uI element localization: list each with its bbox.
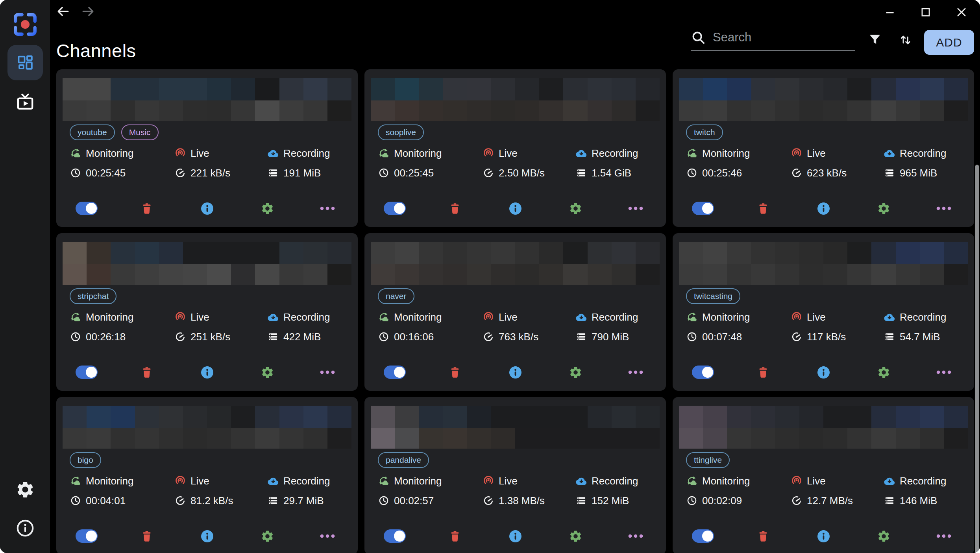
enable-toggle[interactable]: [76, 529, 98, 543]
forward-arrow-button[interactable]: [81, 4, 96, 19]
channel-settings-button[interactable]: [877, 529, 891, 543]
blur-tile: [896, 428, 920, 449]
monitoring-stat: Monitoring 00:26:18: [70, 310, 133, 343]
scrollbar-thumb[interactable]: [975, 165, 979, 553]
channel-card: youtubeMusic Monitoring 00:25:45 Live: [56, 69, 358, 227]
blur-tile: [443, 242, 467, 264]
more-button[interactable]: [936, 370, 951, 375]
recorded-size: 54.7 MiB: [900, 331, 940, 343]
filter-icon[interactable]: [867, 32, 882, 47]
blur-tile: [207, 406, 231, 428]
platform-tag: bigo: [70, 452, 101, 468]
live-broadcast-icon: [791, 147, 802, 159]
delete-button[interactable]: [757, 202, 769, 215]
more-button[interactable]: [320, 206, 335, 211]
info-button[interactable]: [508, 366, 522, 379]
delete-button[interactable]: [141, 366, 153, 379]
enable-toggle[interactable]: [76, 366, 98, 379]
blur-tile: [751, 264, 775, 285]
more-button[interactable]: [628, 206, 643, 211]
blur-row: [371, 100, 660, 121]
info-button[interactable]: [508, 202, 522, 215]
info-button[interactable]: [200, 366, 214, 379]
enable-toggle[interactable]: [384, 202, 406, 215]
channel-settings-button[interactable]: [569, 366, 582, 379]
monitoring-label: Monitoring: [394, 475, 442, 487]
blur-row: [63, 100, 351, 121]
recorded-size: 152 MiB: [592, 495, 629, 507]
blur-tile: [920, 428, 944, 449]
channel-settings-button[interactable]: [877, 202, 891, 215]
delete-button[interactable]: [141, 202, 153, 215]
recording-stat: Recording 422 MiB: [267, 310, 330, 343]
delete-button[interactable]: [449, 366, 461, 379]
blur-tile: [279, 428, 303, 449]
info-button[interactable]: [200, 202, 214, 215]
channel-settings-button[interactable]: [261, 202, 274, 215]
info-button[interactable]: [200, 529, 214, 543]
search-input[interactable]: [712, 30, 843, 45]
more-button[interactable]: [628, 370, 643, 375]
blur-tile: [703, 406, 727, 428]
channel-settings-button[interactable]: [569, 529, 582, 543]
live-label: Live: [807, 147, 826, 160]
clock-icon: [378, 167, 390, 179]
blur-tile: [727, 100, 751, 121]
minimize-button[interactable]: [883, 6, 897, 19]
sidebar-item-settings[interactable]: [14, 478, 37, 501]
close-button[interactable]: [955, 6, 968, 19]
delete-button[interactable]: [449, 202, 461, 215]
blur-tile: [491, 242, 515, 264]
channel-settings-button[interactable]: [261, 529, 274, 543]
channel-settings-button[interactable]: [261, 366, 274, 379]
monitoring-duration: 00:16:06: [394, 331, 434, 343]
info-button[interactable]: [817, 366, 830, 379]
enable-toggle[interactable]: [692, 366, 714, 379]
more-button[interactable]: [320, 370, 335, 375]
sidebar-item-player[interactable]: [13, 91, 37, 114]
sort-icon[interactable]: [899, 32, 913, 47]
delete-button[interactable]: [449, 530, 461, 542]
channel-settings-button[interactable]: [569, 202, 582, 215]
blur-tile: [63, 428, 87, 449]
channel-settings-button[interactable]: [877, 366, 891, 379]
enable-toggle[interactable]: [76, 202, 98, 215]
blur-tile: [255, 242, 279, 264]
more-button[interactable]: [628, 534, 643, 538]
enable-toggle[interactable]: [692, 202, 714, 215]
blur-tile: [279, 264, 303, 285]
enable-toggle[interactable]: [384, 529, 406, 543]
back-arrow-button[interactable]: [55, 4, 70, 19]
live-stat: Live 117 kB/s: [791, 310, 846, 343]
blur-tile: [443, 100, 467, 121]
recorded-size: 191 MiB: [283, 167, 321, 179]
blur-tile: [563, 264, 587, 285]
info-button[interactable]: [508, 529, 522, 543]
live-label: Live: [190, 475, 209, 487]
add-channel-button[interactable]: ADD: [924, 30, 974, 55]
blur-tile: [751, 78, 775, 100]
more-button[interactable]: [936, 534, 951, 538]
monitoring-icon: [70, 475, 81, 487]
search-field[interactable]: [691, 30, 855, 51]
blur-tile: [303, 242, 327, 264]
monitoring-label: Monitoring: [394, 311, 442, 323]
live-bitrate: 763 kB/s: [499, 331, 538, 343]
more-button[interactable]: [936, 206, 951, 211]
delete-button[interactable]: [757, 530, 769, 542]
live-bitrate: 1.38 MB/s: [499, 495, 545, 507]
sidebar-item-channels[interactable]: [7, 45, 43, 80]
blur-tile: [944, 406, 968, 428]
info-button[interactable]: [817, 529, 830, 543]
delete-button[interactable]: [757, 366, 769, 379]
more-button[interactable]: [320, 534, 335, 538]
delete-button[interactable]: [141, 530, 153, 542]
sidebar-item-about[interactable]: [14, 517, 37, 540]
live-label: Live: [499, 311, 518, 323]
speedometer-icon: [791, 167, 802, 179]
enable-toggle[interactable]: [384, 366, 406, 379]
info-button[interactable]: [817, 202, 830, 215]
enable-toggle[interactable]: [692, 529, 714, 543]
live-broadcast-icon: [174, 475, 186, 487]
maximize-button[interactable]: [919, 6, 932, 19]
